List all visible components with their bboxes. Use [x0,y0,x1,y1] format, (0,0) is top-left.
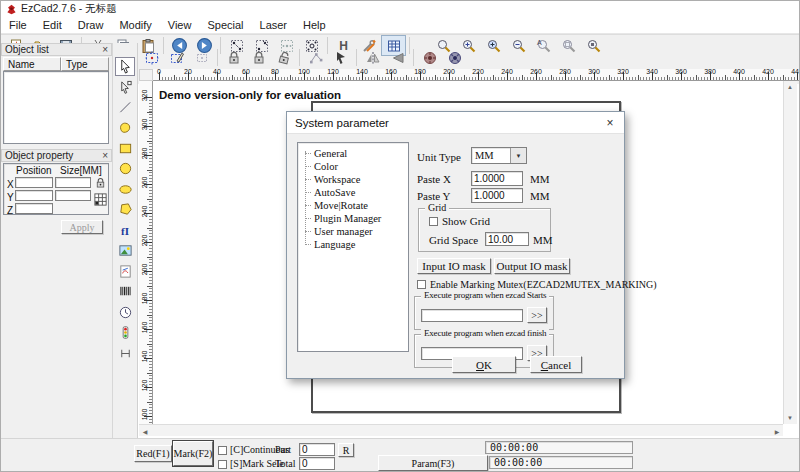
dialog-close-icon[interactable]: × [596,116,624,130]
ellipse-tool-button[interactable] [115,180,135,199]
zoom-in-alt-button[interactable] [481,35,506,56]
h-ruler-midtick [232,75,233,80]
part-count-input[interactable] [299,443,335,456]
red-f1-button[interactable]: Red(F1) [134,445,172,462]
v-ruler-label: 220 [141,234,148,248]
reset-count-button[interactable]: R [338,443,354,457]
size-x-input[interactable] [55,177,91,188]
menu-item-special[interactable]: Special [199,17,251,34]
zoom-window-button[interactable] [556,35,581,56]
mark-preview-button[interactable] [442,47,467,68]
marquee-disabled-button[interactable] [189,47,214,68]
position-z-input[interactable] [15,203,53,214]
node-edit-tool-button[interactable] [115,78,135,97]
horizontal-scrollbar[interactable]: ◀ ▶ [139,424,783,436]
column-header-name[interactable]: Name [3,57,61,71]
tree-item-move-rotate[interactable]: Move|Rotate [298,199,408,212]
polygon-tool-button[interactable] [115,200,135,219]
menu-item-draw[interactable]: Draw [70,17,112,34]
vector-file-tool-button[interactable] [115,262,135,281]
grid-space-unit: MM [533,234,553,246]
position-x-input[interactable] [15,177,53,188]
dropdown-arrow-icon[interactable]: ▼ [510,148,526,163]
mirror-vertical-button[interactable] [385,47,410,68]
delay-clock-tool-button[interactable] [115,303,135,322]
marquee-select-button[interactable] [139,47,164,68]
toolbar-separator [413,49,414,66]
tree-item-plugin-manager[interactable]: Plugin Manager [298,212,408,225]
hatch-preview-button[interactable] [417,47,442,68]
zoom-fit-button[interactable] [581,35,606,56]
v-ruler-tick [144,387,152,388]
circle-tool-button[interactable] [115,159,135,178]
v-ruler-label: 240 [141,205,148,219]
position-y-input[interactable] [15,190,53,201]
param-f3-button[interactable]: Param(F3) [378,455,488,471]
h-ruler-midtick [783,75,784,80]
total-count-input[interactable] [299,457,335,470]
tree-item-language[interactable]: Language [298,238,408,251]
zoom-all-button[interactable]: A [531,35,556,56]
size-y-input[interactable] [55,190,91,201]
curve-tool-button[interactable] [115,118,135,137]
ok-button[interactable]: OK [452,356,516,373]
anchor-grid-icon[interactable] [93,192,108,207]
lock-y-button[interactable] [246,47,271,68]
menu-item-help[interactable]: Help [295,17,334,34]
v-ruler-tick [144,155,152,156]
object-list-close-icon[interactable]: × [102,45,108,55]
exec-start-browse-button[interactable]: >> [527,307,547,323]
marking-mutex-checkbox[interactable] [417,280,426,289]
column-header-type[interactable]: Type [61,57,109,71]
menu-item-view[interactable]: View [160,17,200,34]
paste-y-input[interactable] [471,188,523,203]
aspect-lock-icon[interactable] [94,176,107,190]
zoom-out-button[interactable] [506,35,531,56]
tree-item-user-manager[interactable]: User manager [298,225,408,238]
grid-space-input[interactable] [485,232,529,246]
continuous-checkbox[interactable] [218,446,227,455]
menu-item-modify[interactable]: Modify [111,17,159,34]
mark-sele-checkbox[interactable] [218,460,227,469]
scroll-down-icon[interactable]: ▼ [784,412,796,424]
tree-item-autosave[interactable]: AutoSave [298,186,408,199]
lock-x-button[interactable] [221,47,246,68]
tree-item-color[interactable]: Color [298,160,408,173]
mark-time-display: 00:00:00 [485,441,633,454]
show-grid-checkbox[interactable] [429,217,438,226]
spiral-tool-button[interactable] [115,344,135,363]
menu-item-file[interactable]: File [1,17,35,34]
marquee-pen-button[interactable] [164,47,189,68]
dialog-title-bar[interactable]: System parameter × [287,112,624,134]
mark-f2-button[interactable]: Mark(F2) [173,441,213,466]
fill-tool-button[interactable] [328,47,353,68]
menu-item-edit[interactable]: Edit [35,17,70,34]
tree-item-general[interactable]: General [298,147,408,160]
apply-button[interactable]: Apply [61,220,103,234]
select-tool-button[interactable] [115,57,135,76]
scroll-up-icon[interactable]: ▲ [784,81,796,93]
bitmap-tool-button[interactable] [115,241,135,260]
tree-item-workspace[interactable]: Workspace [298,173,408,186]
text-tool-button[interactable]: fI [115,221,135,240]
object-list-body[interactable] [3,71,109,144]
barcode-tool-button[interactable] [115,282,135,301]
paste-x-input[interactable] [471,171,523,186]
io-signal-tool-button[interactable] [115,323,135,342]
h-ruler-tick [159,72,160,80]
lock-z-button[interactable] [271,47,296,68]
vertical-scrollbar[interactable]: ▲ ▼ [783,81,797,424]
line-tool-button[interactable] [115,98,135,117]
unit-type-select[interactable]: MM ▼ [471,147,527,164]
object-property-close-icon[interactable]: × [102,151,108,161]
input-io-mask-button[interactable]: Input IO mask [417,258,491,274]
snap-node-button[interactable] [303,47,328,68]
menu-item-laser[interactable]: Laser [252,17,296,34]
mirror-horizontal-button[interactable] [360,47,385,68]
scroll-left-icon[interactable]: ◀ [139,425,151,437]
scroll-right-icon[interactable]: ▶ [771,425,783,437]
rectangle-tool-button[interactable] [115,139,135,158]
cancel-button[interactable]: Cancel [530,356,582,373]
exec-start-input[interactable] [421,309,523,322]
output-io-mask-button[interactable]: Output IO mask [494,258,570,274]
